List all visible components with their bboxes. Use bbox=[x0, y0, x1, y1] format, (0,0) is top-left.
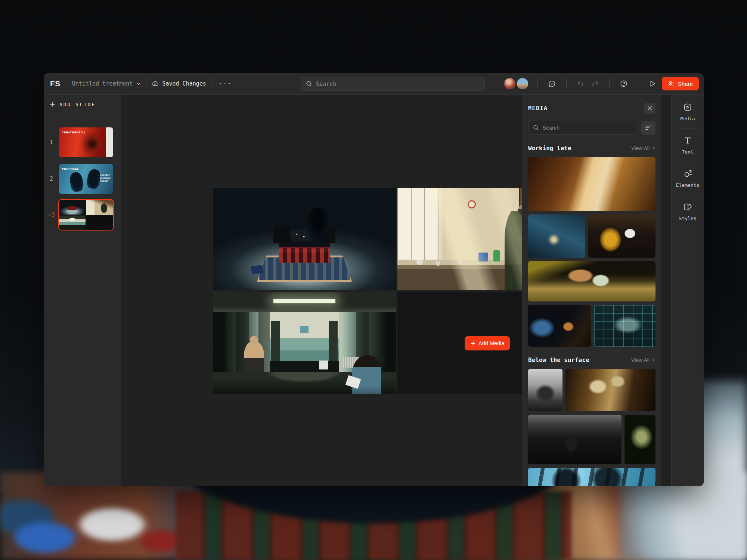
hand-silhouette bbox=[69, 171, 84, 192]
speaker bbox=[273, 226, 290, 243]
canvas-image-studio-turntable[interactable] bbox=[213, 188, 396, 290]
media-thumb-blue-hands[interactable] bbox=[528, 468, 655, 486]
divider bbox=[676, 162, 699, 162]
tool-label: Elements bbox=[676, 182, 700, 188]
add-slide-label: ADD SLIDE bbox=[59, 102, 96, 107]
media-thumb-underwater-face[interactable] bbox=[624, 415, 655, 464]
mini-collage-cell bbox=[86, 200, 113, 215]
top-bar: FS Untitled treatment Saved Changes ··· bbox=[44, 73, 704, 95]
comments-button[interactable] bbox=[547, 79, 557, 89]
media-panel-header: MEDIA bbox=[528, 103, 655, 114]
search-input[interactable] bbox=[316, 81, 480, 87]
tool-text[interactable]: T Text bbox=[682, 135, 693, 155]
divider bbox=[211, 80, 211, 88]
document-title-dropdown[interactable]: Untitled treatment bbox=[72, 80, 142, 87]
tool-label: Text bbox=[682, 149, 693, 155]
section-header-working-late: Working late View All bbox=[528, 145, 655, 152]
slides-sidebar: ADD SLIDE 1 TREATMENT V2 2 PROPOSAL CONC… bbox=[44, 95, 121, 486]
seated-man bbox=[244, 341, 264, 373]
mini-collage-cell bbox=[59, 216, 86, 230]
divider bbox=[638, 80, 638, 88]
collaborator-avatars bbox=[504, 78, 528, 89]
add-slide-button[interactable]: ADD SLIDE bbox=[44, 95, 121, 114]
chevron-right-icon bbox=[651, 146, 655, 150]
media-icon bbox=[683, 103, 692, 112]
hallway-end-wall bbox=[270, 312, 339, 362]
close-icon bbox=[647, 106, 653, 111]
mini-collage-cell bbox=[59, 200, 86, 215]
media-thumb-glass-building[interactable] bbox=[594, 305, 655, 347]
door bbox=[271, 321, 280, 361]
chair bbox=[319, 361, 328, 370]
redo-button[interactable] bbox=[590, 79, 600, 89]
close-panel-button[interactable] bbox=[644, 103, 655, 114]
divider bbox=[609, 80, 610, 88]
box bbox=[251, 265, 263, 275]
slide-thumbnail-2[interactable]: PROPOSAL CONCEPT PLANNING BUDGET bbox=[59, 164, 113, 194]
canvas-image-hospital-hallway[interactable] bbox=[213, 292, 396, 394]
filter-button[interactable] bbox=[641, 121, 655, 135]
media-search-row bbox=[528, 121, 655, 135]
slide-item-3-selected[interactable]: •3 bbox=[44, 199, 121, 231]
section-title: Working late bbox=[528, 145, 571, 152]
figure-silhouette bbox=[306, 207, 330, 244]
document-title: Untitled treatment bbox=[72, 80, 133, 87]
avatar[interactable] bbox=[517, 78, 528, 89]
slide-thumbnail-3[interactable] bbox=[58, 199, 114, 231]
media-thumb-underwater-macro[interactable] bbox=[565, 369, 655, 411]
save-status-label: Saved Changes bbox=[162, 80, 206, 87]
tool-elements[interactable]: Elements bbox=[676, 168, 700, 189]
view-all-link[interactable]: View All bbox=[631, 357, 655, 363]
media-thumb-yellow-jacket[interactable] bbox=[588, 214, 655, 258]
plus-icon bbox=[49, 101, 55, 107]
styles-icon bbox=[683, 202, 692, 211]
search-icon bbox=[533, 125, 539, 131]
slide-number: 1 bbox=[44, 127, 59, 158]
share-button[interactable]: Share bbox=[662, 77, 699, 90]
undo-button[interactable] bbox=[576, 79, 586, 89]
media-thumb-laptop-in-bed[interactable] bbox=[528, 305, 591, 347]
tool-media[interactable]: Media bbox=[680, 102, 695, 122]
avatar[interactable] bbox=[504, 78, 515, 89]
divider bbox=[146, 80, 146, 88]
search-icon bbox=[306, 81, 312, 87]
media-panel-title: MEDIA bbox=[528, 105, 548, 112]
slide-number-selected: •3 bbox=[44, 199, 59, 231]
divider bbox=[566, 80, 567, 88]
slide-2-title: PROPOSAL bbox=[62, 167, 79, 171]
hallway-ceiling bbox=[213, 292, 396, 312]
text-icon: T bbox=[683, 136, 692, 145]
add-media-button[interactable]: Add Media bbox=[465, 336, 510, 350]
view-all-link[interactable]: View All bbox=[631, 145, 655, 151]
media-panel: MEDIA Working late bbox=[522, 95, 661, 486]
media-thumb-floating-figure[interactable] bbox=[528, 415, 622, 464]
section-header-below-surface: Below the surface View All bbox=[528, 356, 655, 363]
slide-thumbnail-1[interactable]: TREATMENT V2 bbox=[59, 127, 113, 157]
share-button-label: Share bbox=[678, 81, 693, 87]
cloud-check-icon bbox=[151, 80, 159, 87]
slide-number: 2 bbox=[44, 163, 59, 195]
tool-styles[interactable]: Styles bbox=[679, 202, 697, 222]
divider bbox=[67, 80, 67, 88]
media-search-input[interactable] bbox=[542, 125, 633, 131]
divider bbox=[537, 80, 538, 88]
app-logo[interactable]: FS bbox=[49, 79, 62, 88]
chevron-right-icon bbox=[651, 358, 655, 362]
tools-sidebar: Media T Text Elements Styles bbox=[671, 95, 704, 486]
media-thumb-man-desk[interactable] bbox=[528, 261, 655, 301]
chevron-down-icon bbox=[136, 81, 141, 86]
media-search-bar[interactable] bbox=[528, 121, 638, 135]
slide-item-2[interactable]: 2 PROPOSAL CONCEPT PLANNING BUDGET bbox=[44, 163, 121, 195]
media-thumb-mist-silhouette[interactable] bbox=[528, 369, 562, 411]
more-options-button[interactable]: ··· bbox=[216, 79, 235, 88]
help-button[interactable] bbox=[619, 79, 629, 89]
media-thumb-office-aerial[interactable] bbox=[528, 214, 585, 258]
mini-collage-cell bbox=[86, 216, 113, 230]
global-search-bar[interactable] bbox=[301, 77, 485, 91]
slide-2-bullets: CONCEPT PLANNING BUDGET bbox=[99, 174, 111, 183]
slide-1-title: TREATMENT V2 bbox=[62, 131, 85, 134]
present-play-button[interactable] bbox=[648, 79, 657, 89]
media-thumb-hand-laptop[interactable] bbox=[528, 157, 655, 211]
slide-item-1[interactable]: 1 TREATMENT V2 bbox=[44, 127, 121, 158]
top-bar-right-cluster: Share bbox=[504, 77, 699, 90]
